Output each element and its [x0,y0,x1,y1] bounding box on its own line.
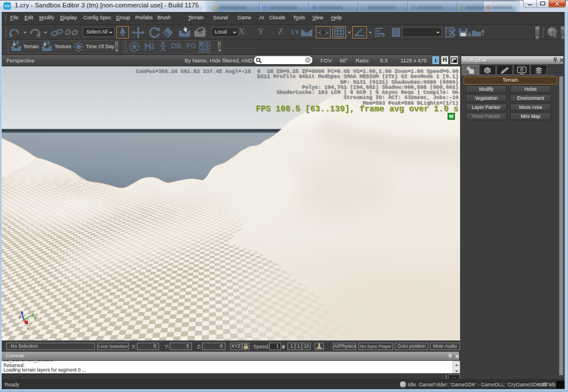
svg-text:x: x [26,326,30,331]
svg-text:y: y [34,315,37,320]
svg-text:z: z [18,314,21,319]
